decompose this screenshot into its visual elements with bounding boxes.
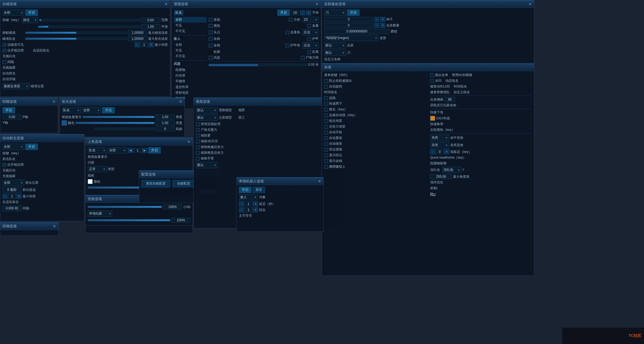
color-style-dd[interactable]: 正常 — [88, 166, 107, 172]
color-toggle[interactable]: 开启 — [148, 147, 161, 153]
vol1-val[interactable]: 100% — [163, 204, 182, 209]
ally-all[interactable]: 全部 — [174, 17, 206, 23]
cb-blood-bar[interactable] — [285, 31, 289, 34]
trans-tab-ally[interactable]: 队友 — [174, 10, 184, 16]
aim-type-dropdown[interactable]: 最接近准星 — [2, 83, 30, 89]
no-gravity-cb[interactable] — [196, 128, 200, 132]
spec-list-cb[interactable] — [430, 73, 434, 77]
trans-num-minus[interactable]: - — [300, 10, 305, 15]
cb-money[interactable] — [209, 44, 212, 47]
bounce-mine[interactable]: 弹射地雷 — [174, 90, 206, 96]
min-dmg-val[interactable]: 1 — [140, 42, 148, 47]
kills-plus[interactable]: + — [380, 23, 385, 28]
projectile[interactable]: 投掷物 — [174, 67, 206, 73]
enemy-visible[interactable]: 可见 — [174, 48, 206, 53]
seed-plus[interactable]: + — [380, 17, 385, 22]
auto-shoot-dd[interactable]: 全部 — [2, 144, 24, 150]
remove-sky-cb[interactable] — [196, 140, 200, 143]
report-reset-btn[interactable]: 重置 — [253, 187, 265, 193]
back-force-cb[interactable] — [324, 125, 328, 129]
skin-type-dd[interactable]: 刀 — [324, 10, 346, 16]
delay-minus[interactable]: - — [239, 201, 244, 206]
shoot-range-val[interactable]: 0 毫秒 — [2, 187, 22, 193]
kill-sound-dd[interactable]: 关闭 — [430, 135, 449, 141]
aim-range-val[interactable]: 0.00 — [141, 18, 160, 23]
visual-default-dd[interactable]: 默认 — [196, 162, 218, 168]
color-page-prev[interactable]: ◄ — [128, 148, 133, 153]
auto-aim-close[interactable]: ✕ — [165, 2, 168, 6]
reunion-minus[interactable]: - — [239, 207, 244, 212]
remote-bomb[interactable]: 遥控炸弹 — [174, 84, 206, 90]
show-rank-cb[interactable] — [324, 153, 328, 157]
ally-visible[interactable]: 可见 — [174, 23, 206, 28]
visual-model2-dd[interactable]: 默认 — [196, 114, 218, 121]
kills-minus[interactable]: - — [374, 23, 379, 28]
auto-min-dmg-plus[interactable]: + — [17, 194, 22, 199]
glow-target-dd[interactable]: 队友 — [62, 107, 81, 113]
delay-val[interactable]: 1 — [244, 201, 253, 206]
glow-type-dd[interactable]: 全部 — [82, 107, 101, 113]
color-page-next[interactable]: ► — [142, 148, 147, 153]
cb-sight[interactable] — [209, 24, 212, 28]
death-sound-dd[interactable]: 关闭 — [430, 142, 449, 148]
aim-interval-cb[interactable] — [2, 60, 6, 64]
aim-target-dropdown[interactable]: 全部 — [2, 10, 24, 16]
wear-val[interactable]: 0.0000000000 — [324, 29, 390, 34]
auto-min-dmg-val[interactable]: 1 — [8, 194, 16, 199]
cb-box[interactable] — [289, 18, 293, 22]
watermark-cb[interactable] — [430, 79, 434, 83]
skin-toggle[interactable]: 开启 — [347, 10, 360, 16]
enemy-all[interactable]: 全部 — [174, 42, 206, 48]
gyro-toggle[interactable]: 开启 — [2, 107, 15, 113]
disable-post-cb[interactable] — [196, 122, 200, 126]
enemy-invisible[interactable]: 不可见 — [174, 53, 206, 59]
create-config-btn[interactable]: 创建配置 — [172, 180, 195, 187]
max-angle-val[interactable]: 255.00 — [430, 174, 452, 179]
skin-name-dd[interactable]: *哒哒哒*(negev) — [324, 35, 379, 41]
fake-lag-val[interactable]: 0 — [436, 149, 444, 154]
fast-duck-cb[interactable] — [324, 102, 328, 106]
min-dmg-minus[interactable]: - — [135, 42, 139, 47]
aim-visible-only-cb[interactable] — [2, 43, 6, 47]
cb-line[interactable] — [209, 18, 212, 22]
transparent-close[interactable]: ✕ — [315, 2, 319, 6]
min-dmg-plus[interactable]: + — [149, 42, 154, 47]
report-toggle[interactable]: 开启 — [239, 187, 251, 193]
aim-toggle[interactable]: 开启 — [25, 10, 38, 16]
blood-side-dd[interactable]: 左边 — [302, 29, 319, 35]
visual-model1-dd[interactable]: 默认 — [196, 107, 218, 113]
delay-plus[interactable]: + — [253, 201, 258, 206]
aim-smooth-val[interactable]: 1.00 — [141, 24, 160, 29]
trans-num-plus[interactable]: + — [306, 10, 311, 15]
reunion-val[interactable]: 1 — [244, 207, 253, 212]
cb-armor[interactable] — [307, 37, 311, 41]
cb-name[interactable] — [209, 37, 212, 41]
aim-acc-val[interactable]: 1.00000 — [128, 30, 147, 35]
anti-kick-cb[interactable] — [324, 79, 328, 83]
auto-accept-cb[interactable] — [324, 142, 328, 146]
kill-msg-val[interactable]: 96 — [444, 97, 455, 102]
report-bot-close[interactable]: ✕ — [318, 179, 321, 183]
cb-blood[interactable] — [307, 24, 311, 28]
shoot-pos-dd[interactable]: 全部 — [2, 180, 24, 186]
kills-val[interactable]: 0 — [324, 23, 373, 28]
glow-toggle[interactable]: 开启 — [102, 107, 115, 113]
glow-close[interactable]: ✕ — [179, 99, 182, 104]
auto-reload-cb[interactable] — [324, 136, 328, 140]
radar-cb[interactable] — [324, 148, 328, 152]
cb-armor-bar[interactable] — [285, 44, 289, 47]
gyro-close[interactable]: ✕ — [52, 99, 56, 104]
color-swatch[interactable] — [88, 179, 93, 184]
glow-color-swatch[interactable] — [62, 120, 67, 125]
seed-minus[interactable]: - — [374, 17, 379, 22]
aim-key-dropdown[interactable]: 按住 — [22, 17, 38, 23]
brightness-val[interactable]: 1.00 — [156, 120, 175, 125]
color-close[interactable]: ✕ — [187, 140, 190, 144]
ally-invisible[interactable]: 不可见 — [174, 28, 206, 34]
c4-timer-color[interactable] — [430, 116, 435, 121]
vol2-val[interactable]: 100% — [171, 218, 190, 223]
color-target-dd[interactable]: 队友 — [88, 147, 107, 153]
remove-arm-cb[interactable] — [196, 157, 200, 161]
report-target-dd[interactable]: 敌人 — [239, 194, 258, 200]
trans-num-val[interactable]: 29 — [291, 10, 299, 15]
